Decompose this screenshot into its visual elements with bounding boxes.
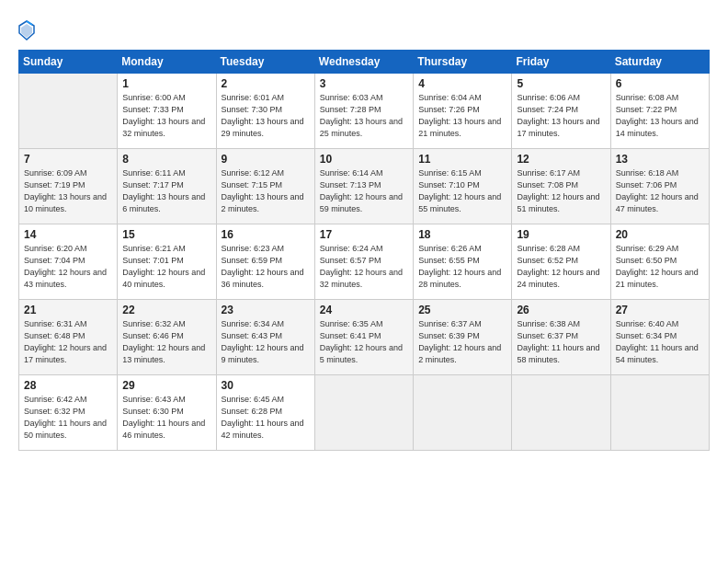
day-number: 5 [517,77,605,90]
day-cell [314,375,413,451]
day-info: Sunrise: 6:24 AM Sunset: 6:57 PM Dayligh… [320,243,408,291]
day-info: Sunrise: 6:34 AM Sunset: 6:43 PM Dayligh… [222,318,310,366]
day-cell: 11Sunrise: 6:15 AM Sunset: 7:10 PM Dayli… [414,149,512,224]
day-number: 11 [418,153,506,166]
day-info: Sunrise: 6:35 AM Sunset: 6:41 PM Dayligh… [320,318,408,366]
page: SundayMondayTuesdayWednesdayThursdayFrid… [0,0,728,563]
day-number: 23 [222,304,310,316]
day-info: Sunrise: 6:18 AM Sunset: 7:06 PM Dayligh… [616,167,704,215]
day-info: Sunrise: 6:21 AM Sunset: 7:01 PM Dayligh… [122,243,210,291]
day-info: Sunrise: 6:31 AM Sunset: 6:48 PM Dayligh… [24,318,112,366]
day-cell: 14Sunrise: 6:20 AM Sunset: 7:04 PM Dayli… [19,224,118,300]
day-cell: 17Sunrise: 6:24 AM Sunset: 6:57 PM Dayli… [314,224,413,300]
day-number: 29 [122,379,210,392]
week-row-4: 21Sunrise: 6:31 AM Sunset: 6:48 PM Dayli… [19,300,710,375]
day-cell: 24Sunrise: 6:35 AM Sunset: 6:41 PM Dayli… [314,300,413,375]
day-info: Sunrise: 6:40 AM Sunset: 6:34 PM Dayligh… [616,318,704,366]
day-cell: 28Sunrise: 6:42 AM Sunset: 6:32 PM Dayli… [19,375,118,451]
day-cell: 27Sunrise: 6:40 AM Sunset: 6:34 PM Dayli… [610,300,709,375]
day-cell: 5Sunrise: 6:06 AM Sunset: 7:24 PM Daylig… [512,74,610,149]
day-info: Sunrise: 6:14 AM Sunset: 7:13 PM Dayligh… [320,167,408,215]
day-info: Sunrise: 6:43 AM Sunset: 6:30 PM Dayligh… [122,394,210,442]
header-cell-monday: Monday [118,51,216,74]
day-cell [414,375,512,451]
calendar-table: SundayMondayTuesdayWednesdayThursdayFrid… [18,50,710,451]
day-cell: 12Sunrise: 6:17 AM Sunset: 7:08 PM Dayli… [512,149,610,224]
day-number: 10 [320,153,408,166]
header-cell-sunday: Sunday [19,51,118,74]
day-number: 14 [24,228,112,241]
day-number: 18 [418,228,506,241]
day-cell [610,375,709,451]
day-cell: 22Sunrise: 6:32 AM Sunset: 6:46 PM Dayli… [118,300,216,375]
day-number: 4 [418,77,506,90]
day-number: 8 [122,153,210,166]
day-number: 21 [24,304,112,316]
day-cell: 6Sunrise: 6:08 AM Sunset: 7:22 PM Daylig… [610,74,709,149]
day-cell: 19Sunrise: 6:28 AM Sunset: 6:52 PM Dayli… [512,224,610,300]
day-cell: 26Sunrise: 6:38 AM Sunset: 6:37 PM Dayli… [512,300,610,375]
day-cell: 20Sunrise: 6:29 AM Sunset: 6:50 PM Dayli… [610,224,709,300]
header [18,17,710,40]
day-info: Sunrise: 6:29 AM Sunset: 6:50 PM Dayligh… [616,243,704,291]
day-info: Sunrise: 6:20 AM Sunset: 7:04 PM Dayligh… [24,243,112,291]
day-info: Sunrise: 6:23 AM Sunset: 6:59 PM Dayligh… [222,243,310,291]
day-cell: 15Sunrise: 6:21 AM Sunset: 7:01 PM Dayli… [118,224,216,300]
day-cell: 1Sunrise: 6:00 AM Sunset: 7:33 PM Daylig… [118,74,216,149]
day-number: 6 [616,77,704,90]
logo [18,20,39,40]
header-cell-saturday: Saturday [610,51,709,74]
day-number: 15 [122,228,210,241]
day-number: 28 [24,379,112,392]
day-info: Sunrise: 6:17 AM Sunset: 7:08 PM Dayligh… [517,167,605,215]
day-info: Sunrise: 6:26 AM Sunset: 6:55 PM Dayligh… [418,243,506,291]
header-cell-thursday: Thursday [414,51,512,74]
day-cell: 30Sunrise: 6:45 AM Sunset: 6:28 PM Dayli… [216,375,314,451]
day-cell: 7Sunrise: 6:09 AM Sunset: 7:19 PM Daylig… [19,149,118,224]
day-cell: 18Sunrise: 6:26 AM Sunset: 6:55 PM Dayli… [414,224,512,300]
header-cell-wednesday: Wednesday [314,51,413,74]
day-cell: 13Sunrise: 6:18 AM Sunset: 7:06 PM Dayli… [610,149,709,224]
day-info: Sunrise: 6:09 AM Sunset: 7:19 PM Dayligh… [24,167,112,215]
day-number: 19 [517,228,605,241]
day-info: Sunrise: 6:04 AM Sunset: 7:26 PM Dayligh… [418,92,506,140]
day-number: 20 [616,228,704,241]
day-cell: 29Sunrise: 6:43 AM Sunset: 6:30 PM Dayli… [118,375,216,451]
day-info: Sunrise: 6:00 AM Sunset: 7:33 PM Dayligh… [122,92,210,140]
week-row-1: 1Sunrise: 6:00 AM Sunset: 7:33 PM Daylig… [19,74,710,149]
svg-line-2 [27,21,32,25]
day-number: 1 [122,77,210,90]
day-cell: 16Sunrise: 6:23 AM Sunset: 6:59 PM Dayli… [216,224,314,300]
day-cell: 25Sunrise: 6:37 AM Sunset: 6:39 PM Dayli… [414,300,512,375]
day-cell [19,74,118,149]
day-number: 7 [24,153,112,166]
day-cell [512,375,610,451]
day-number: 25 [418,304,506,316]
day-info: Sunrise: 6:32 AM Sunset: 6:46 PM Dayligh… [122,318,210,366]
day-info: Sunrise: 6:42 AM Sunset: 6:32 PM Dayligh… [24,394,112,442]
day-number: 2 [222,77,310,90]
day-cell: 2Sunrise: 6:01 AM Sunset: 7:30 PM Daylig… [216,74,314,149]
day-number: 26 [517,304,605,316]
day-number: 24 [320,304,408,316]
day-number: 22 [122,304,210,316]
day-cell: 10Sunrise: 6:14 AM Sunset: 7:13 PM Dayli… [314,149,413,224]
day-number: 13 [616,153,704,166]
day-info: Sunrise: 6:06 AM Sunset: 7:24 PM Dayligh… [517,92,605,140]
day-cell: 3Sunrise: 6:03 AM Sunset: 7:28 PM Daylig… [314,74,413,149]
day-number: 9 [222,153,310,166]
day-info: Sunrise: 6:01 AM Sunset: 7:30 PM Dayligh… [222,92,310,140]
day-info: Sunrise: 6:28 AM Sunset: 6:52 PM Dayligh… [517,243,605,291]
header-cell-friday: Friday [512,51,610,74]
logo-icon [18,20,35,40]
day-cell: 23Sunrise: 6:34 AM Sunset: 6:43 PM Dayli… [216,300,314,375]
day-number: 16 [222,228,310,241]
day-info: Sunrise: 6:38 AM Sunset: 6:37 PM Dayligh… [517,318,605,366]
week-row-2: 7Sunrise: 6:09 AM Sunset: 7:19 PM Daylig… [19,149,710,224]
day-info: Sunrise: 6:11 AM Sunset: 7:17 PM Dayligh… [122,167,210,215]
header-cell-tuesday: Tuesday [216,51,314,74]
day-info: Sunrise: 6:12 AM Sunset: 7:15 PM Dayligh… [222,167,310,215]
day-info: Sunrise: 6:45 AM Sunset: 6:28 PM Dayligh… [222,394,310,442]
week-row-5: 28Sunrise: 6:42 AM Sunset: 6:32 PM Dayli… [19,375,710,451]
day-info: Sunrise: 6:37 AM Sunset: 6:39 PM Dayligh… [418,318,506,366]
